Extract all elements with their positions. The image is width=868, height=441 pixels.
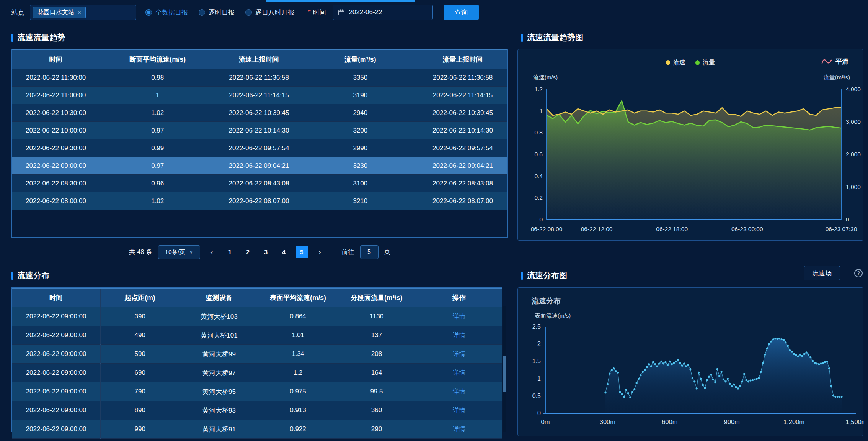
svg-text:0m: 0m	[541, 418, 550, 425]
table-cell: 208	[337, 345, 416, 364]
page-button[interactable]: 4	[278, 246, 290, 258]
table-cell: 590	[101, 345, 179, 364]
chevron-down-icon: ∨	[189, 249, 193, 255]
table-cell: 2022-06-22 10:30:00	[12, 104, 100, 122]
table-cell: 2022-06-22 10:39:45	[215, 104, 303, 122]
table-cell: 0.98	[100, 69, 215, 87]
distribution-chart-svg: 00.511.522.50m300m600m900m1,200m1,500m	[518, 321, 864, 436]
trend-section-title: 流速流量趋势	[11, 32, 65, 43]
table-cell: 2022-06-22 09:57:54	[418, 139, 507, 157]
table-cell: 3230	[303, 157, 418, 175]
table-row[interactable]: 2022-06-22 09:00:00990黄河大桥910.922290详情	[12, 420, 502, 439]
svg-text:1.5: 1.5	[532, 358, 541, 364]
prev-page-button[interactable]: ‹	[206, 246, 218, 258]
table-cell: 490	[101, 326, 179, 345]
page-button[interactable]: 2	[242, 246, 254, 258]
radio-report-type[interactable]: 全数据日报	[145, 8, 188, 17]
column-header: 流速上报时间	[215, 50, 303, 69]
table-cell: 2022-06-22 09:30:00	[12, 139, 100, 157]
velocity-field-button[interactable]: 流速场	[804, 266, 840, 280]
column-header: 时间	[12, 288, 101, 307]
svg-text:3,000: 3,000	[846, 118, 861, 125]
page-size-value: 10条/页	[165, 248, 185, 256]
query-button[interactable]: 查询	[444, 5, 479, 20]
page-button[interactable]: 1	[224, 246, 236, 258]
required-mark: *	[308, 8, 311, 16]
page-button[interactable]: 5	[296, 246, 308, 258]
tag-close-icon[interactable]: ×	[78, 10, 81, 15]
legend-item[interactable]: 流速	[666, 59, 685, 67]
svg-text:1,000: 1,000	[846, 184, 861, 190]
title-accent-bar	[11, 34, 13, 42]
detail-link[interactable]: 详情	[453, 425, 465, 432]
top-scroll-indicator[interactable]	[266, 0, 415, 2]
column-header: 分段面流量(m³/s)	[337, 288, 416, 307]
detail-link[interactable]: 详情	[453, 407, 465, 413]
table-cell: 2022-06-22 10:14:30	[215, 122, 303, 139]
table-cell: 1.02	[100, 104, 215, 122]
smooth-wave-icon	[821, 58, 832, 65]
table-cell: 1	[100, 87, 215, 104]
table-cell: 2022-06-22 11:36:58	[418, 69, 507, 87]
table-row[interactable]: 2022-06-22 09:00:00790黄河大桥950.97599.5详情	[12, 382, 502, 401]
table-cell: 2022-06-22 09:00:00	[12, 157, 100, 175]
svg-text:1,500m: 1,500m	[845, 418, 864, 425]
dist-data-table: 时间起点距(m)监测设备表面平均流速(m/s)分段面流量(m³/s)操作 202…	[12, 288, 502, 439]
station-select[interactable]: 花园口水文站 ×	[30, 5, 136, 20]
action-cell: 详情	[416, 345, 502, 364]
svg-text:600m: 600m	[662, 418, 677, 425]
table-cell: 1.2	[259, 364, 337, 382]
table-row[interactable]: 2022-06-22 11:30:000.982022-06-22 11:36:…	[12, 69, 507, 87]
page-button[interactable]: 3	[260, 246, 272, 258]
table-cell: 1.34	[259, 345, 337, 364]
detail-link[interactable]: 详情	[453, 388, 465, 395]
detail-link[interactable]: 详情	[453, 313, 465, 320]
goto-page-input[interactable]: 5	[360, 245, 379, 259]
table-cell: 990	[101, 420, 179, 439]
time-label: 时间	[313, 8, 326, 17]
next-page-button[interactable]: ›	[314, 246, 326, 258]
svg-text:4,000: 4,000	[846, 86, 861, 92]
goto-page-value: 5	[367, 249, 371, 256]
detail-link[interactable]: 详情	[453, 350, 465, 357]
page-size-select[interactable]: 10条/页 ∨	[158, 245, 200, 259]
radio-icon	[145, 9, 152, 16]
radio-report-type[interactable]: 逐日八时月报	[245, 8, 294, 17]
table-row[interactable]: 2022-06-22 09:00:000.972022-06-22 09:04:…	[12, 157, 507, 175]
radio-report-type[interactable]: 逐时日报	[199, 8, 235, 17]
table-row[interactable]: 2022-06-22 08:00:001.022022-06-22 08:07:…	[12, 192, 507, 210]
table-row[interactable]: 2022-06-22 10:00:000.972022-06-22 10:14:…	[12, 122, 507, 139]
dist-title-text: 流速分布	[17, 270, 49, 281]
table-cell: 0.97	[100, 122, 215, 139]
action-cell: 详情	[416, 420, 502, 439]
legend-item[interactable]: 流量	[695, 59, 715, 67]
table-row[interactable]: 2022-06-22 09:30:000.992022-06-22 09:57:…	[12, 139, 507, 157]
table-cell: 2022-06-22 11:00:00	[12, 87, 100, 104]
table-cell: 2022-06-22 09:00:00	[12, 382, 101, 401]
trend-chart-svg: 00.20.40.60.811.201,0002,0003,0004,00006…	[518, 85, 864, 238]
table-cell: 0.913	[259, 401, 337, 420]
help-icon[interactable]: ?	[854, 269, 863, 277]
legend-dot-icon	[695, 60, 700, 65]
scrollbar-thumb[interactable]	[503, 356, 506, 392]
table-cell: 1130	[337, 307, 416, 326]
table-row[interactable]: 2022-06-22 10:30:001.022022-06-22 10:39:…	[12, 104, 507, 122]
detail-link[interactable]: 详情	[453, 369, 465, 376]
goto-suffix: 页	[384, 248, 391, 256]
chart-inner-title: 流速分布	[532, 296, 561, 306]
table-row[interactable]: 2022-06-22 08:30:000.962022-06-22 08:43:…	[12, 175, 507, 192]
trend-chart-section-title: 流速流量趋势图	[521, 32, 583, 43]
table-row[interactable]: 2022-06-22 11:00:0012022-06-22 11:14:153…	[12, 87, 507, 104]
svg-text:06-23 07:30: 06-23 07:30	[826, 226, 857, 232]
table-row[interactable]: 2022-06-22 09:00:00690黄河大桥971.2164详情	[12, 364, 502, 382]
date-input[interactable]: 2022-06-22	[333, 5, 433, 20]
table-cell: 2022-06-22 11:14:15	[215, 87, 303, 104]
table-row[interactable]: 2022-06-22 09:00:00890黄河大桥930.913360详情	[12, 401, 502, 420]
smooth-toggle[interactable]: 平滑	[821, 57, 848, 66]
table-row[interactable]: 2022-06-22 09:00:00390黄河大桥1030.8641130详情	[12, 307, 502, 326]
table-row[interactable]: 2022-06-22 09:00:00490黄河大桥1011.01137详情	[12, 326, 502, 345]
table-row[interactable]: 2022-06-22 09:00:00590黄河大桥991.34208详情	[12, 345, 502, 364]
table-cell: 2022-06-22 09:00:00	[12, 345, 101, 364]
trend-title-text: 流速流量趋势	[17, 32, 65, 43]
detail-link[interactable]: 详情	[453, 331, 465, 338]
